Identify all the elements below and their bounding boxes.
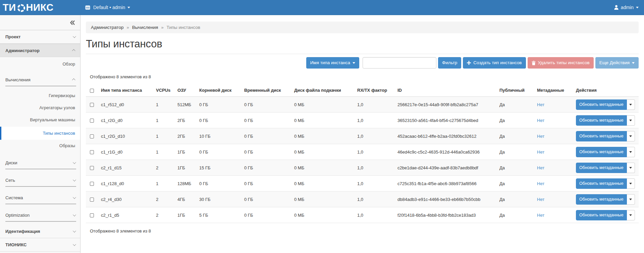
filter-search-input[interactable] xyxy=(363,57,436,69)
sidebar-item-Виртуальные машины[interactable]: Виртуальные машины xyxy=(0,114,80,126)
cell-ephemeral_disk: 0 ГБ xyxy=(240,128,290,144)
sidebar-item-Агрегаторы узлов[interactable]: Агрегаторы узлов xyxy=(0,102,80,114)
cell-root_disk: 0 ГБ xyxy=(195,113,240,128)
sidebar-item-Типы инстансов[interactable]: Типы инстансов xyxy=(0,127,80,140)
chevron-down-icon xyxy=(73,229,76,233)
row-checkbox[interactable] xyxy=(90,213,94,217)
row-actions-dropdown-toggle[interactable] xyxy=(627,131,635,141)
update-metadata-button[interactable]: Обновить метаданные xyxy=(576,163,627,173)
row-dropdown-caret-icon xyxy=(629,120,632,121)
chevron-down-icon xyxy=(73,243,76,246)
update-metadata-button[interactable]: Обновить метаданные xyxy=(576,99,627,110)
sidebar-group-toggle[interactable]: Диски xyxy=(0,157,80,168)
sidebar-section-3[interactable]: Идентификация xyxy=(0,225,80,238)
filter-field-selector[interactable]: Имя типа инстанса xyxy=(306,57,359,69)
metadata-link[interactable]: Нет xyxy=(537,197,544,202)
update-metadata-button[interactable]: Обновить метаданные xyxy=(576,210,627,220)
filter-button[interactable]: Фильтр xyxy=(438,57,461,69)
cell-swap_disk: 0 МБ xyxy=(290,192,353,207)
row-checkbox-cell xyxy=(86,97,97,113)
row-checkbox[interactable] xyxy=(90,198,94,202)
row-checkbox[interactable] xyxy=(90,150,94,154)
update-metadata-button[interactable]: Обновить метаданные xyxy=(576,147,627,157)
sidebar-group-toggle[interactable]: Вычисления xyxy=(0,74,80,85)
cell-id: db84adb3-e91c-4466-be33-eb66b7b50cbb xyxy=(393,192,495,207)
sidebar-group-label: Сеть xyxy=(5,178,15,183)
row-actions-dropdown-toggle[interactable] xyxy=(627,210,635,220)
sidebar-item-Обзор[interactable]: Обзор xyxy=(0,58,80,70)
sidebar-section-2[interactable]: Администратор xyxy=(0,44,80,57)
chevron-down-icon xyxy=(73,213,76,216)
create-flavor-button[interactable]: Создать тип инстансов xyxy=(463,57,526,69)
row-checkbox[interactable] xyxy=(90,166,94,170)
row-checkbox[interactable] xyxy=(90,119,94,123)
metadata-link[interactable]: Нет xyxy=(537,134,544,139)
cell-swap_disk: 0 МБ xyxy=(290,176,353,192)
more-actions-label: Еще Действия xyxy=(599,59,630,66)
table-header-row: Имя типа инстансаVCPUsОЗУКорневой дискВр… xyxy=(86,84,639,97)
update-metadata-button[interactable]: Обновить метаданные xyxy=(576,178,627,189)
update-metadata-button[interactable]: Обновить метаданные xyxy=(576,115,627,126)
sidebar-section-4[interactable]: ТИОНИКС xyxy=(0,238,80,252)
cell-actions: Обновить метаданные xyxy=(572,113,639,128)
cell-metadata: Нет xyxy=(533,97,572,113)
select-all-checkbox[interactable] xyxy=(90,89,94,93)
row-actions-dropdown-toggle[interactable] xyxy=(627,163,635,173)
metadata-link[interactable]: Нет xyxy=(537,150,544,155)
cell-ram: 2ГБ xyxy=(173,113,195,128)
cell-name: c1_r2G_d10 xyxy=(97,128,152,144)
metadata-link[interactable]: Нет xyxy=(537,118,544,123)
sidebar-group-toggle[interactable]: Optimization xyxy=(0,210,80,221)
update-metadata-button[interactable]: Обновить метаданные xyxy=(576,131,627,141)
metadata-link[interactable]: Нет xyxy=(537,165,544,170)
breadcrumb-link-2[interactable]: Вычисления xyxy=(132,25,158,30)
cell-name: c1_r128_d0 xyxy=(97,176,152,192)
sidebar-group-rule xyxy=(5,221,76,222)
cell-rxtx: 1,0 xyxy=(353,97,393,113)
plus-icon xyxy=(467,61,471,65)
more-actions-button[interactable]: Еще Действия xyxy=(595,57,639,69)
cell-vcpus: 2 xyxy=(152,160,173,176)
row-checkbox[interactable] xyxy=(90,182,94,186)
table-header-cell: Корневой диск xyxy=(195,84,240,97)
row-dropdown-caret-icon xyxy=(629,151,632,153)
sidebar-section-1[interactable]: Проект xyxy=(0,30,80,44)
chevron-down-icon xyxy=(73,161,76,164)
table-header-cell: RX/TX фактор xyxy=(353,84,393,97)
row-checkbox[interactable] xyxy=(90,103,94,107)
project-context-menu[interactable]: Default • admin xyxy=(85,5,130,10)
cell-public: Да xyxy=(495,192,533,207)
sidebar-item-Гипервизоры[interactable]: Гипервизоры xyxy=(0,90,80,102)
sidebar-group-rule xyxy=(5,186,76,187)
metadata-link[interactable]: Нет xyxy=(537,181,544,186)
row-checkbox[interactable] xyxy=(90,134,94,138)
update-metadata-button[interactable]: Обновить метаданные xyxy=(576,194,627,205)
row-actions-dropdown-toggle[interactable] xyxy=(627,194,635,205)
breadcrumb-link-1[interactable]: Администратор xyxy=(91,25,123,30)
row-actions-group: Обновить метаданные xyxy=(576,115,635,126)
user-menu[interactable]: admin xyxy=(614,5,639,10)
sidebar-item-Образы[interactable]: Образы xyxy=(0,140,80,152)
cell-root_disk: 15 ГБ xyxy=(195,160,240,176)
row-actions-dropdown-toggle[interactable] xyxy=(627,178,635,189)
metadata-link[interactable]: Нет xyxy=(537,102,544,107)
row-actions-dropdown-toggle[interactable] xyxy=(627,99,635,110)
cell-name: c1_r512_d0 xyxy=(97,97,152,113)
cell-swap_disk: 0 МБ xyxy=(290,113,353,128)
cell-root_disk: 0 ГБ xyxy=(195,144,240,160)
cell-actions: Обновить метаданные xyxy=(572,128,639,144)
delete-flavors-button[interactable]: Удалить типы инстансов xyxy=(528,57,594,69)
brand-logo[interactable]: ТИ НИКС xyxy=(0,3,80,12)
cell-swap_disk: 0 МБ xyxy=(290,128,353,144)
row-actions-dropdown-toggle[interactable] xyxy=(627,147,635,157)
table-header-checkbox-cell xyxy=(86,84,97,97)
metadata-link[interactable]: Нет xyxy=(537,213,544,218)
sidebar-group-toggle[interactable]: Система xyxy=(0,192,80,203)
sidebar-group-toggle[interactable]: Сеть xyxy=(0,175,80,186)
row-actions-dropdown-toggle[interactable] xyxy=(627,115,635,126)
table-header-cell: Временный диск xyxy=(240,84,290,97)
breadcrumb: Администратор»Вычисления»Типы инстансов xyxy=(86,22,639,33)
sidebar-collapse-icon[interactable] xyxy=(70,20,75,25)
sidebar-section-label: Идентификация xyxy=(5,229,40,234)
cell-vcpus: 1 xyxy=(152,176,173,192)
